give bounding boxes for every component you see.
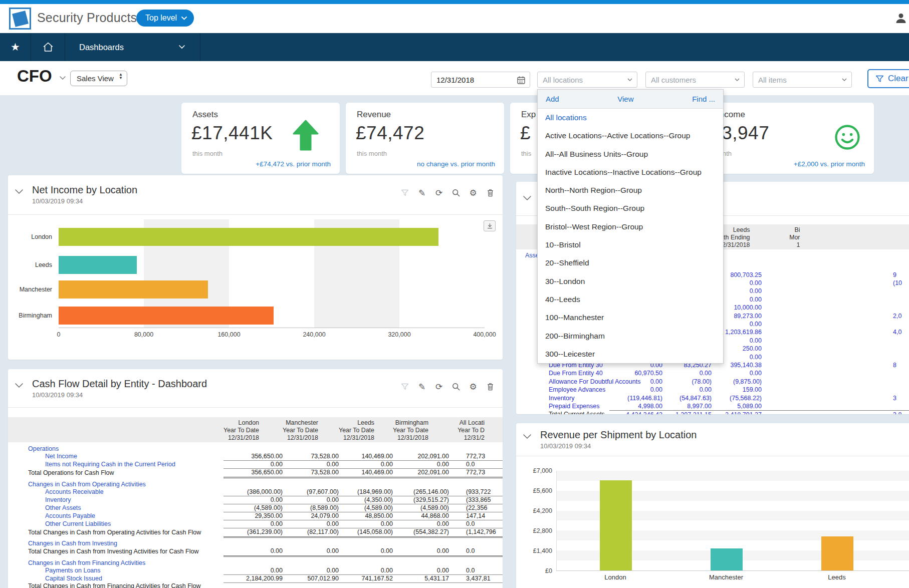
search-icon[interactable]	[450, 187, 462, 198]
dropdown-option[interactable]: 100--Manchester	[538, 309, 723, 327]
dropdown-option[interactable]: 300--Leicester	[538, 345, 723, 363]
delete-trash-icon[interactable]	[485, 381, 496, 392]
dropdown-option[interactable]: Inactive Locations--Inactive Locations--…	[538, 163, 723, 181]
row-label[interactable]: Total Changes in Cash from Investing Act…	[8, 547, 223, 556]
collapse-chevron-icon[interactable]	[15, 383, 23, 388]
locations-filter-select[interactable]: All locations	[537, 72, 637, 88]
chart-download-button[interactable]	[484, 220, 496, 231]
cell-birmingham[interactable]: 3	[762, 394, 909, 402]
cell-birmingham[interactable]	[762, 345, 909, 353]
cell-birmingham[interactable]	[762, 287, 909, 296]
settings-gear-icon[interactable]: ⚙	[468, 381, 479, 392]
row-label[interactable]: Total Changes in Cash from Financing Act…	[8, 582, 223, 588]
cell-birmingham[interactable]	[762, 320, 909, 328]
cell-manchester[interactable]: 8,997.00	[662, 402, 712, 410]
cell-birmingham[interactable]: 9	[762, 271, 909, 279]
row-label[interactable]: Prepaid Expenses	[516, 402, 609, 410]
cell-leeds[interactable]: 5,089.00	[712, 402, 762, 410]
cell-birmingham[interactable]: 2,0	[762, 312, 909, 320]
cell-manchester[interactable]: (54,847.63)	[662, 394, 712, 402]
row-label[interactable]: Net Income	[8, 453, 223, 461]
dropdown-option[interactable]: 40--Leeds	[538, 290, 723, 309]
customers-filter-select[interactable]: All customers	[645, 72, 745, 88]
row-label[interactable]: Due From Entity 40	[516, 370, 609, 378]
row-label[interactable]: Total Changes in Cash from Operating Act…	[8, 528, 223, 537]
clear-filters-button[interactable]: Clear	[867, 69, 909, 88]
dropdown-view-link[interactable]: View	[617, 95, 633, 103]
row-label[interactable]: Changes in Cash from Operating Activitie…	[8, 478, 223, 488]
dropdown-option[interactable]: Active Locations--Active Locations--Grou…	[538, 127, 723, 145]
filter-icon[interactable]	[399, 187, 410, 198]
cell-birmingham[interactable]	[762, 296, 909, 304]
cell-leeds[interactable]: 0.00	[712, 370, 762, 378]
cell-birmingham[interactable]: 8	[762, 361, 909, 369]
cell-birmingham[interactable]	[762, 353, 909, 361]
cell-leeds[interactable]: (75,568.22)	[712, 394, 762, 402]
row-label[interactable]: Total Current Assets	[516, 411, 609, 414]
settings-gear-icon[interactable]: ⚙	[468, 187, 479, 198]
dropdown-option[interactable]: 30--London	[538, 272, 723, 290]
row-label[interactable]: Inventory	[8, 496, 223, 504]
cell-leeds[interactable]: 159.00	[712, 386, 762, 394]
cell-london[interactable]: 0.00	[609, 386, 662, 394]
org-switcher-button[interactable]: Top level	[136, 10, 194, 27]
refresh-icon[interactable]: ⟳	[433, 187, 444, 198]
cell-birmingham[interactable]	[762, 370, 909, 378]
row-label[interactable]: Allowance For Doubtful Accounts	[516, 378, 609, 386]
cell-birmingham[interactable]	[762, 337, 909, 345]
row-label[interactable]: Capital Stock Issued	[8, 574, 223, 582]
cell-birmingham[interactable]	[762, 304, 909, 312]
cell-birmingham[interactable]: (10	[762, 279, 909, 287]
row-label[interactable]: Other Assets	[8, 504, 223, 512]
collapse-chevron-icon[interactable]	[15, 189, 23, 194]
row-label[interactable]: Employee Advances	[516, 386, 609, 394]
cell-london[interactable]: (119,446.81)	[609, 394, 662, 402]
date-input[interactable]: 12/31/2018	[431, 72, 530, 88]
cell-manchester[interactable]: 1,207,211.15	[662, 411, 712, 414]
row-label[interactable]: Operations	[8, 442, 223, 453]
cell-london[interactable]: 4,424,346.42	[609, 411, 662, 414]
page-title-chevron-icon[interactable]	[60, 76, 66, 80]
items-filter-select[interactable]: All items	[753, 72, 852, 88]
cell-manchester[interactable]: (78.00)	[662, 378, 712, 386]
dropdown-add-link[interactable]: Add	[546, 95, 559, 103]
dropdown-option[interactable]: All--All Business Units--Group	[538, 145, 723, 163]
edit-icon[interactable]: ✎	[416, 381, 427, 392]
favorites-nav-item[interactable]: ★	[0, 33, 31, 61]
cell-leeds[interactable]: (9,875.00)	[712, 378, 762, 386]
row-label[interactable]: Items not Requiring Cash in the Current …	[8, 461, 223, 469]
collapse-chevron-icon[interactable]	[523, 196, 531, 201]
dropdown-option[interactable]: All locations	[538, 109, 723, 127]
home-nav-item[interactable]	[31, 33, 65, 61]
cell-birmingham[interactable]	[762, 386, 909, 394]
dropdown-option[interactable]: 10--Bristol	[538, 236, 723, 254]
nav-dashboards-menu[interactable]: Dashboards	[65, 33, 200, 61]
search-icon[interactable]	[450, 381, 462, 392]
row-label[interactable]: Total Operations for Cash Flow	[8, 469, 223, 478]
refresh-icon[interactable]: ⟳	[433, 381, 444, 392]
filter-icon[interactable]	[399, 381, 410, 392]
dropdown-option[interactable]: 20--Sheffield	[538, 254, 723, 272]
dropdown-option[interactable]: Bristol--West Region--Group	[538, 218, 723, 236]
cell-manchester[interactable]: 0.00	[662, 370, 712, 378]
row-label[interactable]: Accounts Payable	[8, 512, 223, 520]
cell-manchester[interactable]: 0.00	[662, 386, 712, 394]
dropdown-option[interactable]: South--South Region--Group	[538, 199, 723, 217]
cell-birmingham[interactable]: 3,8	[762, 411, 909, 414]
cell-leeds[interactable]: 2,418,791.27	[712, 411, 762, 414]
view-selector[interactable]: Sales View ▲▼	[70, 71, 127, 86]
row-label[interactable]: Other Current Liabilities	[8, 520, 223, 528]
collapse-chevron-icon[interactable]	[523, 434, 531, 439]
cell-birmingham[interactable]: 4,0	[762, 329, 909, 337]
row-label[interactable]: Changes in Cash from Financing Activitie…	[8, 556, 223, 567]
dropdown-option[interactable]: North--North Region--Group	[538, 181, 723, 199]
cell-birmingham[interactable]	[762, 402, 909, 410]
edit-icon[interactable]: ✎	[416, 187, 427, 198]
cell-birmingham[interactable]	[762, 378, 909, 386]
dropdown-find-link[interactable]: Find ...	[692, 95, 715, 103]
row-label[interactable]: Accounts Receivable	[8, 488, 223, 496]
dropdown-option[interactable]: 200--Birmingham	[538, 327, 723, 345]
row-label[interactable]: Changes in Cash from Investing	[8, 537, 223, 547]
delete-trash-icon[interactable]	[485, 187, 496, 198]
row-label[interactable]: Payments on Loans	[8, 567, 223, 575]
